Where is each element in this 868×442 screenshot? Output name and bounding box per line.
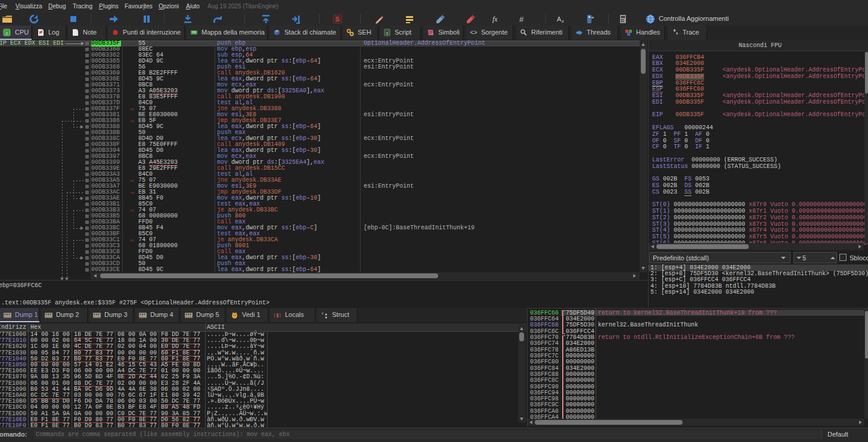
svg-text:A: A <box>557 15 562 23</box>
svg-text:fx: fx <box>492 15 498 23</box>
svg-text:z: z <box>562 18 564 24</box>
svg-text:#: # <box>519 15 524 24</box>
svg-text:z: z <box>5 30 8 36</box>
svg-text:s: s <box>386 30 389 36</box>
svg-text:S: S <box>335 15 339 23</box>
svg-text:<>: <> <box>470 30 477 36</box>
